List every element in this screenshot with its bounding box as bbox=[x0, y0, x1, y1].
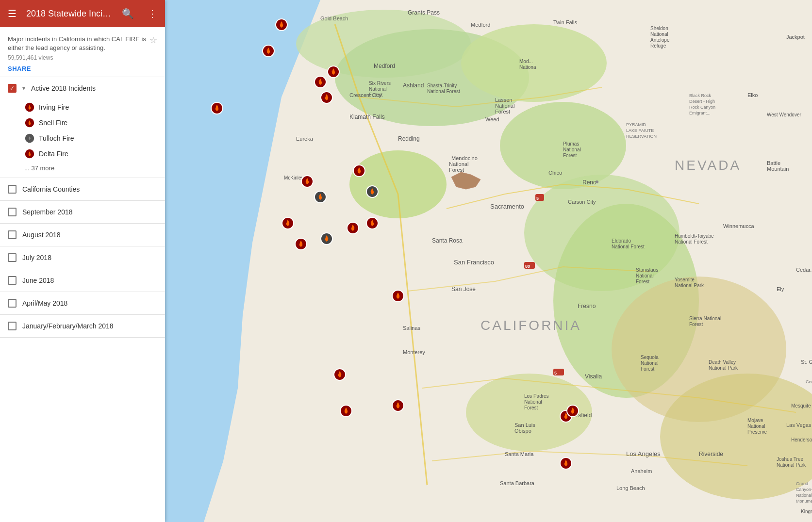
sub-item-tulloch-fire[interactable]: Tulloch Fire bbox=[24, 130, 165, 146]
map-marker-m1[interactable] bbox=[274, 18, 289, 34]
svg-text:National: National bbox=[747, 424, 765, 429]
menu-icon[interactable]: ☰ bbox=[4, 4, 20, 23]
map-marker-m4[interactable] bbox=[319, 91, 334, 107]
svg-text:National Forest: National Forest bbox=[427, 89, 460, 94]
svg-text:Antelope: Antelope bbox=[650, 37, 670, 43]
svg-text:Sequoia: Sequoia bbox=[641, 355, 659, 360]
svg-text:Refuge: Refuge bbox=[650, 43, 666, 49]
svg-text:National Park: National Park bbox=[675, 283, 704, 288]
layer-checkbox-april-may-2018[interactable] bbox=[8, 299, 17, 308]
svg-text:Gold Beach: Gold Beach bbox=[320, 16, 348, 21]
layer-header-august-2018[interactable]: August 2018 bbox=[0, 224, 165, 246]
layer-label-april-may-2018: April/May 2018 bbox=[22, 299, 67, 307]
layer-label-active-2018: Active 2018 Incidents bbox=[31, 84, 96, 92]
layer-header-april-may-2018[interactable]: April/May 2018 bbox=[0, 292, 165, 314]
map-marker-m22[interactable] bbox=[559, 457, 573, 473]
svg-text:Medford: Medford bbox=[471, 22, 490, 28]
layer-checkbox-september-2018[interactable] bbox=[8, 208, 17, 216]
svg-text:Carson City: Carson City bbox=[568, 199, 596, 205]
svg-text:Henderson: Henderson bbox=[791, 437, 812, 442]
more-options-icon[interactable]: ⋮ bbox=[144, 4, 161, 23]
map-marker-m15[interactable] bbox=[365, 216, 380, 233]
map-marker-m10[interactable] bbox=[365, 185, 380, 201]
svg-text:5: 5 bbox=[536, 196, 539, 201]
map-marker-m14[interactable] bbox=[346, 221, 360, 238]
map-marker-m13[interactable] bbox=[319, 232, 334, 248]
svg-text:Twin Falls: Twin Falls bbox=[553, 19, 577, 25]
layer-checkbox-august-2018[interactable] bbox=[8, 230, 17, 239]
svg-text:Chico: Chico bbox=[548, 170, 562, 176]
svg-text:Humboldt-Toiyabe: Humboldt-Toiyabe bbox=[675, 233, 714, 239]
map-marker-m12[interactable] bbox=[294, 237, 308, 254]
map-marker-m5[interactable] bbox=[210, 101, 224, 118]
sub-items-container: Irving FireSnell FireTulloch FireDelta F… bbox=[0, 99, 165, 178]
app-header: ☰ 2018 Statewide Inciden... 🔍 ⋮ bbox=[0, 0, 165, 27]
svg-text:Kingman: Kingman bbox=[801, 509, 812, 514]
layer-header-california-counties[interactable]: California Counties bbox=[0, 178, 165, 200]
map-marker-m2[interactable] bbox=[261, 44, 276, 61]
share-button[interactable]: SHARE bbox=[8, 65, 31, 72]
svg-text:National Park: National Park bbox=[709, 365, 738, 371]
svg-text:Joshua Tree: Joshua Tree bbox=[777, 457, 803, 462]
svg-text:Canyon-Parashant: Canyon-Parashant bbox=[796, 487, 812, 492]
layer-checkbox-jan-feb-mar-2018[interactable] bbox=[8, 322, 17, 330]
svg-text:Medford: Medford bbox=[374, 63, 395, 69]
map-marker-m21[interactable] bbox=[332, 368, 347, 384]
svg-text:PYRAMID: PYRAMID bbox=[626, 122, 646, 127]
svg-text:Santa Rosa: Santa Rosa bbox=[432, 237, 463, 244]
layer-checkbox-july-2018[interactable] bbox=[8, 253, 17, 262]
layer-label-california-counties: California Counties bbox=[22, 185, 80, 193]
svg-text:Forest: Forest bbox=[636, 279, 650, 284]
layer-group-june-2018: June 2018 bbox=[0, 269, 165, 292]
sub-item-label-snell-fire: Snell Fire bbox=[39, 119, 67, 127]
fire-icon-snell-fire bbox=[24, 117, 35, 128]
map-marker-m17[interactable] bbox=[339, 404, 353, 421]
svg-text:Emigrant...: Emigrant... bbox=[689, 111, 711, 115]
svg-point-16 bbox=[349, 150, 447, 218]
layer-checkbox-june-2018[interactable] bbox=[8, 276, 17, 285]
map-marker-m9[interactable] bbox=[352, 164, 366, 180]
layer-header-september-2018[interactable]: September 2018 bbox=[0, 201, 165, 223]
svg-text:Nationa: Nationa bbox=[519, 65, 536, 70]
svg-text:RESERVATION: RESERVATION bbox=[626, 134, 657, 139]
fire-icon-irving-fire bbox=[24, 102, 35, 113]
map-marker-m8[interactable] bbox=[313, 190, 328, 207]
sub-item-snell-fire[interactable]: Snell Fire bbox=[24, 115, 165, 130]
map-marker-m11[interactable] bbox=[281, 216, 295, 233]
map-marker-m3[interactable] bbox=[313, 75, 328, 92]
svg-text:Obispo: Obispo bbox=[514, 428, 531, 434]
map-marker-m6[interactable] bbox=[326, 65, 341, 82]
svg-text:Jackpot: Jackpot bbox=[786, 34, 805, 40]
svg-text:CALIFORNIA: CALIFORNIA bbox=[481, 318, 581, 333]
svg-text:Eureka: Eureka bbox=[296, 136, 314, 142]
layer-label-jan-feb-mar-2018: January/February/March 2018 bbox=[22, 322, 114, 330]
map-marker-m7[interactable] bbox=[300, 175, 315, 191]
sub-item-irving-fire[interactable]: Irving Fire bbox=[24, 99, 165, 115]
expand-icon-active-2018[interactable]: ▾ bbox=[22, 85, 25, 92]
layer-header-active-2018[interactable]: ▾Active 2018 Incidents bbox=[0, 77, 165, 99]
layer-checkbox-california-counties[interactable] bbox=[8, 185, 17, 194]
svg-text:Battle: Battle bbox=[767, 160, 780, 166]
sub-item-delta-fire[interactable]: Delta Fire bbox=[24, 146, 165, 162]
sub-item-label-irving-fire: Irving Fire bbox=[39, 103, 69, 111]
layer-header-july-2018[interactable]: July 2018 bbox=[0, 246, 165, 269]
layer-header-jan-feb-mar-2018[interactable]: January/February/March 2018 bbox=[0, 315, 165, 337]
map-marker-m18[interactable] bbox=[391, 399, 405, 415]
search-icon[interactable]: 🔍 bbox=[118, 4, 138, 23]
svg-text:Shasta-Trinity: Shasta-Trinity bbox=[427, 83, 457, 88]
star-button[interactable]: ☆ bbox=[149, 35, 157, 46]
svg-text:Grand: Grand bbox=[796, 481, 808, 486]
sidebar: ☰ 2018 Statewide Inciden... 🔍 ⋮ ☆ Major … bbox=[0, 0, 165, 522]
layer-label-september-2018: September 2018 bbox=[22, 208, 73, 216]
more-items-label[interactable]: ... 37 more bbox=[24, 162, 165, 173]
svg-text:Winnemucca: Winnemucca bbox=[723, 223, 754, 229]
svg-text:Sheldon: Sheldon bbox=[650, 26, 668, 31]
map-area[interactable]: NEVADA CALIFORNIA Medford Ashland Cresce… bbox=[165, 0, 812, 522]
map-marker-m20[interactable] bbox=[565, 404, 580, 421]
map-marker-m16[interactable] bbox=[391, 289, 405, 306]
svg-text:Los Padres: Los Padres bbox=[524, 393, 549, 399]
svg-point-117 bbox=[596, 180, 598, 183]
app-title: 2018 Statewide Inciden... bbox=[26, 9, 112, 19]
layer-header-june-2018[interactable]: June 2018 bbox=[0, 269, 165, 292]
layer-checkbox-active-2018[interactable] bbox=[8, 84, 17, 93]
